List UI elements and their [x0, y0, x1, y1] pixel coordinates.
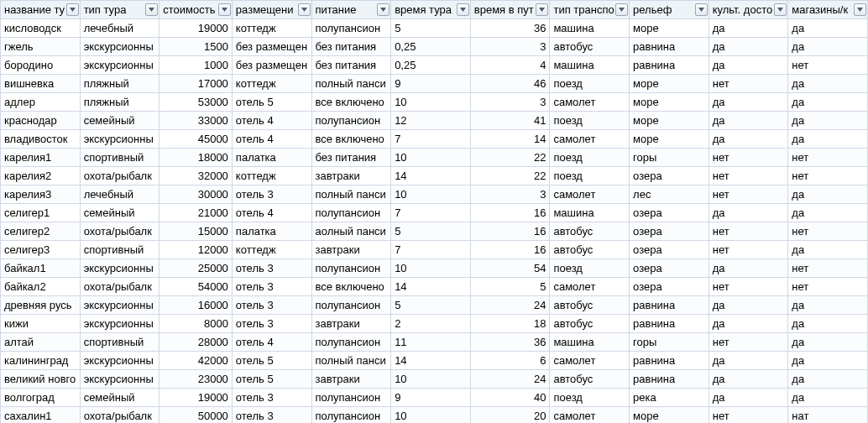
cell-relief[interactable]: озера: [630, 167, 709, 185]
cell-tour_time[interactable]: 14: [391, 278, 471, 296]
cell-travel_time[interactable]: 6: [470, 352, 550, 370]
cell-cost[interactable]: 19000: [159, 19, 233, 38]
cell-relief[interactable]: озера: [630, 278, 709, 296]
cell-shops[interactable]: да: [788, 75, 868, 93]
cell-food[interactable]: аолный панси: [311, 222, 391, 241]
filter-dropdown-icon[interactable]: [377, 3, 390, 16]
cell-culture[interactable]: нет: [709, 222, 788, 241]
cell-lodging[interactable]: отель 3: [232, 389, 311, 407]
cell-name[interactable]: карелия3: [1, 185, 81, 204]
cell-culture[interactable]: нет: [709, 278, 788, 296]
cell-transport[interactable]: поезд: [550, 112, 630, 130]
cell-type[interactable]: спортивный: [80, 333, 159, 352]
cell-type[interactable]: экскурсионны: [80, 370, 159, 389]
cell-shops[interactable]: да: [788, 93, 868, 112]
cell-relief[interactable]: равнина: [630, 352, 709, 370]
cell-food[interactable]: все включено: [311, 278, 391, 296]
filter-dropdown-icon[interactable]: [774, 3, 787, 16]
cell-cost[interactable]: 25000: [159, 259, 233, 278]
cell-type[interactable]: лечебный: [80, 19, 159, 38]
cell-type[interactable]: охота/рыбалк: [80, 222, 159, 241]
cell-shops[interactable]: да: [788, 352, 868, 370]
cell-transport[interactable]: машина: [550, 56, 630, 75]
cell-food[interactable]: без питания: [311, 56, 391, 75]
cell-travel_time[interactable]: 18: [470, 315, 550, 333]
column-header-lodging[interactable]: размещени: [232, 1, 311, 19]
cell-shops[interactable]: да: [788, 370, 868, 389]
cell-name[interactable]: селигер3: [1, 241, 81, 259]
cell-type[interactable]: экскурсионны: [80, 56, 159, 75]
column-header-travel_time[interactable]: время в пут: [470, 1, 550, 19]
cell-culture[interactable]: нет: [709, 185, 788, 204]
cell-travel_time[interactable]: 24: [470, 370, 550, 389]
cell-relief[interactable]: равнина: [630, 56, 709, 75]
cell-travel_time[interactable]: 41: [470, 112, 550, 130]
cell-transport[interactable]: самолет: [550, 130, 630, 149]
cell-food[interactable]: полупансион: [311, 389, 391, 407]
cell-cost[interactable]: 33000: [159, 112, 233, 130]
filter-dropdown-icon[interactable]: [457, 3, 469, 16]
cell-travel_time[interactable]: 16: [470, 241, 550, 259]
column-header-relief[interactable]: рельеф: [630, 1, 709, 19]
cell-cost[interactable]: 1000: [159, 56, 233, 75]
cell-name[interactable]: великий новго: [1, 370, 81, 389]
cell-transport[interactable]: самолет: [550, 93, 630, 112]
cell-transport[interactable]: автобус: [550, 222, 630, 241]
cell-tour_time[interactable]: 10: [391, 149, 471, 167]
cell-name[interactable]: байкал1: [1, 259, 81, 278]
cell-lodging[interactable]: отель 5: [232, 370, 311, 389]
cell-relief[interactable]: море: [630, 112, 709, 130]
cell-tour_time[interactable]: 9: [391, 389, 471, 407]
cell-shops[interactable]: нет: [788, 56, 868, 75]
cell-culture[interactable]: нет: [709, 407, 788, 424]
cell-travel_time[interactable]: 22: [470, 167, 550, 185]
cell-transport[interactable]: самолет: [550, 278, 630, 296]
cell-relief[interactable]: равнина: [630, 315, 709, 333]
cell-shops[interactable]: да: [788, 204, 868, 222]
filter-dropdown-icon[interactable]: [695, 3, 708, 16]
cell-food[interactable]: полупансион: [311, 259, 391, 278]
cell-relief[interactable]: озера: [630, 222, 709, 241]
cell-travel_time[interactable]: 54: [470, 259, 550, 278]
cell-lodging[interactable]: палатка: [232, 149, 311, 167]
cell-relief[interactable]: озера: [630, 259, 709, 278]
cell-culture[interactable]: нет: [709, 333, 788, 352]
cell-shops[interactable]: нат: [788, 407, 868, 424]
cell-transport[interactable]: поезд: [550, 75, 630, 93]
cell-type[interactable]: экскурсионны: [80, 259, 159, 278]
cell-culture[interactable]: да: [709, 370, 788, 389]
cell-cost[interactable]: 16000: [159, 296, 233, 315]
cell-tour_time[interactable]: 9: [391, 75, 471, 93]
cell-lodging[interactable]: отель 3: [232, 185, 311, 204]
cell-shops[interactable]: да: [788, 333, 868, 352]
cell-relief[interactable]: равнина: [630, 296, 709, 315]
cell-cost[interactable]: 15000: [159, 222, 233, 241]
cell-type[interactable]: экскурсионны: [80, 315, 159, 333]
column-header-transport[interactable]: тип транспо: [550, 1, 630, 19]
cell-lodging[interactable]: коттедж: [232, 167, 311, 185]
cell-shops[interactable]: да: [788, 185, 868, 204]
column-header-shops[interactable]: магазины/к: [788, 1, 868, 19]
cell-culture[interactable]: нет: [709, 241, 788, 259]
cell-shops[interactable]: нет: [788, 278, 868, 296]
cell-type[interactable]: охота/рыбалк: [80, 407, 159, 424]
cell-lodging[interactable]: отель 4: [232, 333, 311, 352]
cell-travel_time[interactable]: 40: [470, 389, 550, 407]
cell-lodging[interactable]: коттедж: [232, 75, 311, 93]
cell-name[interactable]: карелия2: [1, 167, 81, 185]
cell-type[interactable]: экскурсионны: [80, 352, 159, 370]
cell-food[interactable]: полупансион: [311, 296, 391, 315]
cell-travel_time[interactable]: 36: [470, 19, 550, 38]
cell-transport[interactable]: автобус: [550, 296, 630, 315]
cell-transport[interactable]: самолет: [550, 352, 630, 370]
cell-lodging[interactable]: отель 4: [232, 112, 311, 130]
cell-transport[interactable]: самолет: [550, 407, 630, 424]
cell-tour_time[interactable]: 10: [391, 370, 471, 389]
cell-transport[interactable]: автобус: [550, 315, 630, 333]
cell-cost[interactable]: 28000: [159, 333, 233, 352]
filter-dropdown-icon[interactable]: [536, 3, 548, 16]
cell-culture[interactable]: да: [709, 296, 788, 315]
column-header-culture[interactable]: культ. досто: [709, 1, 788, 19]
cell-lodging[interactable]: палатка: [232, 222, 311, 241]
cell-food[interactable]: без питания: [311, 149, 391, 167]
